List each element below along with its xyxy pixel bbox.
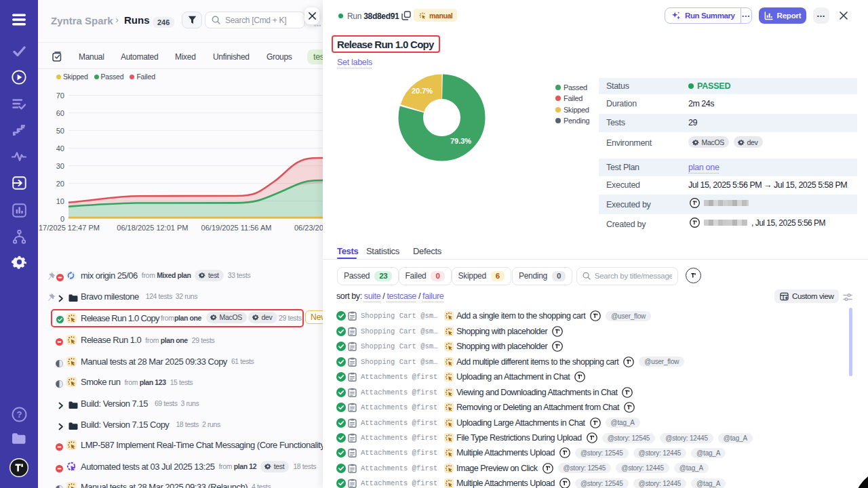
svg-text:0: 0 <box>60 215 64 223</box>
svg-text:50: 50 <box>56 127 64 135</box>
svg-text:?: ? <box>16 409 22 420</box>
svg-text:70: 70 <box>56 92 64 100</box>
svg-text:20: 20 <box>56 180 64 188</box>
svg-text:10: 10 <box>56 197 64 205</box>
svg-text:79.3%: 79.3% <box>450 137 471 145</box>
svg-text:06/23/202: 06/23/202 <box>294 224 323 232</box>
svg-text:30: 30 <box>56 162 64 170</box>
svg-text:20.7%: 20.7% <box>412 87 433 95</box>
svg-text:17/2025 12:47 PM: 17/2025 12:47 PM <box>39 224 100 232</box>
svg-text:06/19/2025 11:56 AM: 06/19/2025 11:56 AM <box>201 224 272 232</box>
svg-text:60: 60 <box>56 109 64 117</box>
svg-text:40: 40 <box>56 144 64 152</box>
svg-text:06/18/2025 12:01 PM: 06/18/2025 12:01 PM <box>117 224 188 232</box>
